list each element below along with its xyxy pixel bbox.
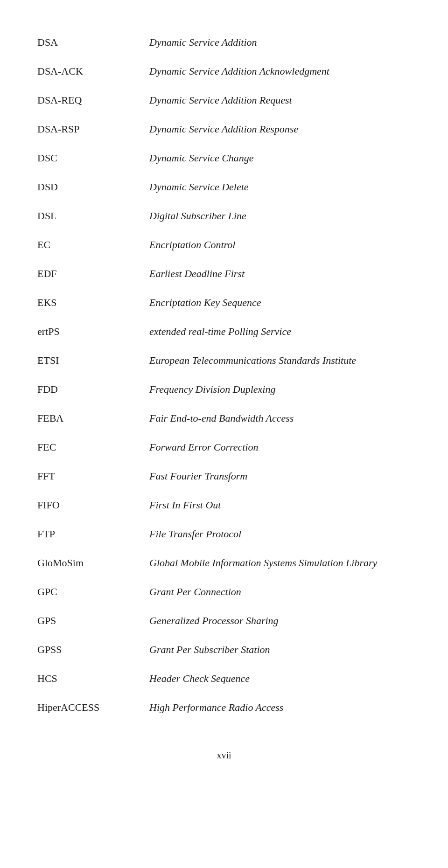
glossary-row: DSADynamic Service Addition [37, 28, 411, 57]
glossary-row: FDDFrequency Division Duplexing [37, 375, 411, 404]
abbreviation: DSA-ACK [37, 65, 140, 77]
definition: Dynamic Service Addition Request [140, 94, 411, 106]
glossary-row: FFTFast Fourier Transform [37, 462, 411, 491]
abbreviation: FTP [37, 528, 140, 540]
abbreviation: FDD [37, 383, 140, 396]
abbreviation: FEC [37, 441, 140, 453]
abbreviation: FIFO [37, 499, 140, 511]
abbreviation: EDF [37, 268, 140, 280]
definition: Fair End-to-end Bandwidth Access [140, 412, 411, 424]
abbreviation: DSA-REQ [37, 94, 140, 106]
glossary-row: DSCDynamic Service Change [37, 144, 411, 173]
glossary-row: DSA-RSPDynamic Service Addition Response [37, 115, 411, 144]
abbreviation: FFT [37, 470, 140, 482]
glossary-row: FEBAFair End-to-end Bandwidth Access [37, 404, 411, 433]
abbreviation: GPSS [37, 644, 140, 656]
glossary-row: DSLDigital Subscriber Line [37, 201, 411, 230]
definition: Header Check Sequence [140, 673, 411, 685]
abbreviation: HCS [37, 673, 140, 685]
definition: Forward Error Correction [140, 441, 411, 453]
definition: File Transfer Protocol [140, 528, 411, 540]
definition: European Telecommunications Standards In… [140, 354, 411, 367]
glossary-row: FECForward Error Correction [37, 433, 411, 462]
definition: Dynamic Service Delete [140, 181, 411, 193]
definition: Encriptation Control [140, 239, 411, 251]
abbreviation: ertPS [37, 326, 140, 338]
definition: Fast Fourier Transform [140, 470, 411, 482]
glossary-row: GloMoSimGlobal Mobile Information System… [37, 549, 411, 577]
glossary-row: ETSIEuropean Telecommunications Standard… [37, 346, 411, 375]
definition: High Performance Radio Access [140, 701, 411, 714]
glossary-row: HiperACCESSHigh Performance Radio Access [37, 693, 411, 722]
glossary-row: DSA-REQDynamic Service Addition Request [37, 86, 411, 115]
abbreviation: EKS [37, 297, 140, 309]
definition: Dynamic Service Addition Response [140, 123, 411, 135]
glossary-row: EDFEarliest Deadline First [37, 259, 411, 288]
abbreviation: EC [37, 239, 140, 251]
abbreviation: DSL [37, 210, 140, 222]
abbreviation: DSA [37, 36, 140, 49]
definition: Dynamic Service Addition Acknowledgment [140, 65, 411, 77]
abbreviation: GPS [37, 615, 140, 627]
glossary-row: DSA-ACKDynamic Service Addition Acknowle… [37, 57, 411, 86]
definition: Earliest Deadline First [140, 268, 411, 280]
definition: Generalized Processor Sharing [140, 615, 411, 627]
definition: First In First Out [140, 499, 411, 511]
abbreviation: HiperACCESS [37, 701, 140, 714]
definition: Frequency Division Duplexing [140, 383, 411, 396]
definition: Digital Subscriber Line [140, 210, 411, 222]
glossary-table: DSADynamic Service AdditionDSA-ACKDynami… [37, 28, 411, 722]
glossary-row: ECEncriptation Control [37, 230, 411, 259]
glossary-row: DSDDynamic Service Delete [37, 173, 411, 201]
definition: Global Mobile Information Systems Simula… [140, 557, 411, 569]
glossary-row: GPSGeneralized Processor Sharing [37, 606, 411, 635]
abbreviation: ETSI [37, 354, 140, 367]
glossary-row: FTPFile Transfer Protocol [37, 520, 411, 549]
definition: Encriptation Key Sequence [140, 297, 411, 309]
glossary-row: HCSHeader Check Sequence [37, 664, 411, 693]
definition: extended real-time Polling Service [140, 326, 411, 338]
definition: Dynamic Service Addition [140, 36, 411, 49]
glossary-row: GPSSGrant Per Subscriber Station [37, 635, 411, 664]
definition: Grant Per Connection [140, 586, 411, 598]
page-footer: xvii [37, 750, 411, 761]
definition: Dynamic Service Change [140, 152, 411, 164]
abbreviation: DSA-RSP [37, 123, 140, 135]
definition: Grant Per Subscriber Station [140, 644, 411, 656]
abbreviation: GPC [37, 586, 140, 598]
abbreviation: DSD [37, 181, 140, 193]
abbreviation: DSC [37, 152, 140, 164]
abbreviation: GloMoSim [37, 557, 140, 569]
glossary-row: ertPSextended real-time Polling Service [37, 317, 411, 346]
abbreviation: FEBA [37, 412, 140, 424]
glossary-row: GPCGrant Per Connection [37, 577, 411, 606]
glossary-row: FIFOFirst In First Out [37, 491, 411, 520]
page-number: xvii [217, 750, 231, 760]
glossary-row: EKSEncriptation Key Sequence [37, 288, 411, 317]
